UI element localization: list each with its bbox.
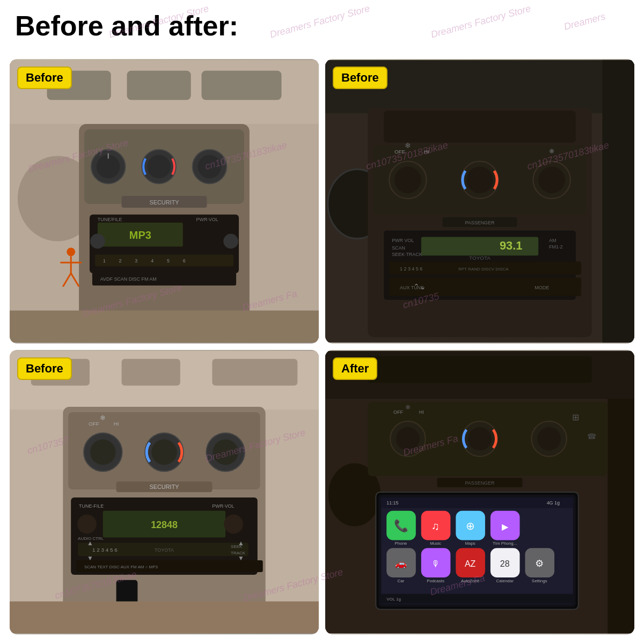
svg-rect-5	[202, 71, 282, 100]
watermark-3: Dreamers Factory Store	[430, 3, 532, 41]
svg-text:Maps: Maps	[465, 541, 475, 546]
svg-text:AVDF  SCAN  DISC  FM  AM: AVDF SCAN DISC FM AM	[100, 276, 157, 282]
photo-cell-top-right: Before OFF HI ❄	[325, 59, 634, 343]
svg-text:❋: ❋	[549, 148, 554, 155]
svg-point-52	[466, 166, 493, 193]
svg-text:⊕: ⊕	[466, 520, 475, 532]
badge-bottom-right: After	[333, 357, 377, 380]
svg-text:Tìm Phong...: Tìm Phong...	[493, 541, 517, 546]
svg-point-97	[77, 515, 97, 534]
svg-text:TOYOTA: TOYOTA	[155, 547, 174, 553]
svg-text:▲: ▲	[238, 539, 244, 547]
photo-cell-bottom-right: After OFF HI ❄	[325, 350, 634, 634]
svg-text:5: 5	[167, 258, 170, 264]
photo-cell-bottom-left: Before OFF HI ❄	[10, 350, 319, 634]
svg-point-30	[223, 234, 238, 249]
svg-rect-78	[212, 359, 297, 386]
svg-text:TUNE/FILE: TUNE/FILE	[98, 217, 122, 222]
svg-rect-166	[381, 594, 573, 604]
badge-bottom-left: Before	[17, 357, 72, 380]
svg-text:1    2    3    4    5    6: 1 2 3 4 5 6	[92, 547, 118, 553]
svg-text:MODE: MODE	[535, 285, 549, 290]
svg-text:♫: ♫	[431, 520, 440, 532]
svg-rect-113	[10, 602, 319, 634]
svg-rect-118	[608, 399, 634, 633]
svg-rect-136	[381, 497, 573, 508]
svg-text:1: 1	[103, 258, 106, 264]
svg-text:❄: ❄	[405, 141, 411, 150]
photo-grid: Before	[10, 59, 634, 634]
svg-text:FM1·2: FM1·2	[549, 244, 562, 250]
svg-text:📞: 📞	[394, 518, 409, 533]
svg-point-98	[224, 515, 243, 534]
svg-rect-20	[95, 254, 233, 266]
svg-point-87	[151, 440, 177, 465]
svg-text:☎: ☎	[587, 432, 596, 441]
svg-text:11:15: 11:15	[386, 500, 398, 506]
svg-text:AZ: AZ	[465, 559, 476, 568]
svg-point-14	[198, 155, 222, 179]
badge-top-right: Before	[333, 67, 387, 89]
svg-text:VOL 1g: VOL 1g	[386, 597, 401, 602]
svg-text:SECURITY: SECURITY	[149, 199, 179, 206]
photo-cell-top-left: Before	[10, 59, 319, 343]
svg-point-29	[90, 234, 105, 249]
svg-text:6: 6	[183, 258, 186, 264]
badge-top-left: Before	[17, 67, 72, 89]
svg-text:PASSENGER: PASSENGER	[465, 220, 495, 225]
svg-point-12	[147, 155, 171, 179]
svg-text:Settings: Settings	[532, 579, 547, 583]
svg-text:HI: HI	[419, 409, 424, 415]
svg-text:⊞: ⊞	[572, 413, 579, 422]
svg-text:SEEK·TRACK: SEEK·TRACK	[392, 252, 422, 257]
svg-text:RPT  RAND  DISCV  DISCA: RPT RAND DISCV DISCA	[458, 267, 509, 272]
svg-text:Car: Car	[398, 579, 405, 583]
svg-text:28: 28	[500, 559, 510, 568]
svg-point-126	[468, 427, 492, 451]
svg-text:Phone: Phone	[395, 541, 408, 546]
svg-text:🎙: 🎙	[431, 559, 440, 568]
svg-text:PWR  VOL: PWR VOL	[392, 238, 414, 243]
svg-text:Podcasts: Podcasts	[427, 579, 444, 583]
svg-text:OFF: OFF	[394, 149, 405, 155]
svg-text:Calendar: Calendar	[496, 579, 514, 583]
svg-text:HI: HI	[424, 149, 429, 155]
svg-text:⚙: ⚙	[535, 558, 544, 569]
svg-point-82	[90, 440, 116, 465]
svg-rect-42	[602, 60, 634, 342]
svg-rect-116	[368, 356, 591, 383]
svg-text:PASSENGER: PASSENGER	[465, 480, 495, 486]
svg-text:12848: 12848	[151, 519, 178, 530]
svg-point-54	[538, 166, 565, 193]
svg-text:⌃⌄: ⌃⌄	[413, 282, 426, 291]
svg-text:▶: ▶	[502, 522, 509, 531]
svg-text:TOYOTA: TOYOTA	[469, 255, 491, 261]
svg-point-128	[537, 427, 561, 451]
svg-point-121	[396, 427, 420, 451]
svg-text:Music: Music	[430, 541, 441, 546]
page-title: Before and after:	[15, 10, 238, 42]
svg-text:4: 4	[151, 258, 153, 264]
svg-text:MP3: MP3	[129, 229, 151, 241]
svg-text:OFF: OFF	[393, 409, 403, 415]
svg-text:AM: AM	[549, 238, 556, 243]
svg-text:SCAN  TEXT  DISC·AUX  FM  AM  : SCAN TEXT DISC·AUX FM AM ○ MP3	[84, 565, 158, 569]
svg-text:SCAN: SCAN	[392, 245, 405, 251]
svg-text:HI: HI	[114, 421, 119, 427]
svg-text:TUNE-FILE: TUNE-FILE	[79, 503, 104, 509]
svg-text:3: 3	[135, 258, 137, 264]
svg-point-33	[67, 247, 75, 256]
svg-text:🚗: 🚗	[395, 558, 407, 569]
svg-rect-44	[384, 111, 576, 143]
svg-point-89	[213, 440, 238, 465]
svg-rect-4	[127, 71, 191, 100]
svg-point-47	[394, 166, 421, 193]
svg-text:AutoZone: AutoZone	[461, 579, 480, 583]
svg-text:PWR·VOL: PWR·VOL	[212, 503, 234, 509]
svg-text:4G 1g: 4G 1g	[547, 500, 560, 506]
watermark-4: Dreamers	[563, 11, 607, 33]
svg-text:❄: ❄	[100, 414, 106, 422]
svg-rect-38	[10, 311, 319, 343]
svg-text:SECURITY: SECURITY	[149, 484, 179, 490]
watermark-2: Dreamers Factory Store	[269, 3, 371, 41]
